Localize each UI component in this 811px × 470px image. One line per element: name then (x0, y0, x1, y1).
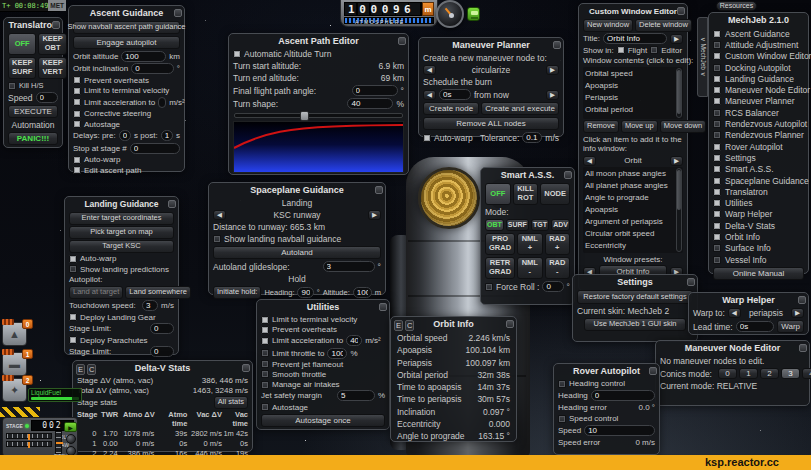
deploy-parachutes-checkbox[interactable] (69, 336, 77, 344)
deploy-gear-checkbox[interactable] (69, 313, 77, 321)
menu-item[interactable]: Delta-V Stats (713, 220, 804, 231)
prevent-overheats-checkbox[interactable] (73, 76, 81, 84)
available-info-item[interactable]: All planet phase angles (585, 180, 672, 192)
menu-item-checkbox[interactable] (713, 64, 721, 72)
close-icon[interactable] (687, 278, 695, 286)
smart-ass-mode-button[interactable]: TGT (531, 219, 549, 231)
menu-item-checkbox[interactable] (713, 210, 721, 218)
stop-stage-input[interactable] (130, 143, 180, 154)
next-runway-button[interactable]: ▶ (368, 210, 381, 220)
menu-item-checkbox[interactable] (713, 109, 721, 117)
land-somewhere-button[interactable]: Land somewhere (125, 286, 191, 299)
menu-item[interactable]: Custom Window Editor (713, 51, 804, 62)
smart-ass-direction-button[interactable]: RAD + (545, 233, 570, 255)
turn-shape-input[interactable] (347, 98, 393, 109)
menu-item[interactable]: Smart A.S.S. (713, 164, 804, 175)
menu-item[interactable]: Rover Autopilot (713, 141, 804, 152)
warp-button[interactable]: Warp (777, 320, 804, 333)
panel-title[interactable]: Rover Autopilot (558, 366, 655, 377)
next-warp-target-button[interactable]: ▶ (791, 308, 804, 318)
edit-ascent-path-checkbox[interactable] (73, 166, 81, 174)
green-indicator-icon[interactable] (467, 7, 480, 21)
delay-pre-input[interactable] (119, 130, 131, 141)
close-icon[interactable] (174, 9, 182, 17)
autoland-button[interactable]: Autoland (213, 246, 381, 259)
time-decrease-button[interactable]: ◀ (423, 90, 436, 100)
menu-item-checkbox[interactable] (713, 165, 721, 173)
limit-accel-checkbox[interactable] (261, 337, 269, 345)
smart-ass-direction-button[interactable]: PRO GRAD (485, 233, 515, 255)
conics-mode-button[interactable]: 1 (739, 368, 758, 379)
corrective-steering-checkbox[interactable] (73, 110, 81, 118)
menu-item[interactable]: Orbit Info (713, 231, 804, 242)
close-icon[interactable] (799, 344, 807, 352)
land-at-target-button[interactable]: Land at target (69, 286, 123, 299)
touchdown-speed-input[interactable] (142, 300, 158, 311)
auto-warp-checkbox[interactable] (69, 255, 77, 263)
conics-mode-button[interactable]: 3 (781, 368, 800, 379)
menu-item[interactable]: Maneuver Node Editor (713, 84, 804, 95)
menu-item-checkbox[interactable] (713, 222, 721, 230)
menu-item-checkbox[interactable] (713, 75, 721, 83)
limit-accel-checkbox[interactable] (73, 98, 81, 106)
menu-item-checkbox[interactable] (713, 177, 721, 185)
round-toggle-button[interactable] (66, 434, 76, 444)
limit-accel-input[interactable] (158, 97, 166, 108)
close-icon[interactable] (564, 171, 572, 179)
close-icon[interactable] (375, 186, 383, 194)
gear-stage-limit-input[interactable] (150, 323, 174, 334)
move-up-button[interactable]: Move up (621, 120, 658, 133)
close-icon[interactable] (52, 21, 60, 29)
speed-control-checkbox[interactable] (558, 415, 566, 423)
next-category-button[interactable]: ▶ (670, 156, 683, 166)
menu-item[interactable]: Surface Info (713, 243, 804, 254)
autostage-once-button[interactable]: Autostage once (261, 414, 385, 427)
orbit-altitude-input[interactable] (121, 51, 166, 62)
auto-turn-checkbox[interactable] (233, 50, 241, 58)
initiate-hold-button[interactable]: Initiate hold: (213, 286, 261, 299)
speed-input[interactable] (584, 425, 655, 436)
move-down-button[interactable]: Move down (660, 120, 706, 133)
menu-item[interactable]: Ascent Guidance (713, 28, 804, 39)
scrollbar-thumb[interactable] (677, 70, 681, 114)
panel-title[interactable]: Custom Window Editor (583, 6, 683, 17)
available-info-item[interactable]: All moon phase angles (585, 168, 672, 180)
panic-button[interactable]: PANIC!!! (8, 132, 58, 145)
available-info-item[interactable]: Angle to prograde (585, 192, 672, 204)
fpa-input[interactable] (352, 85, 398, 96)
close-icon[interactable] (379, 303, 387, 311)
turn-shape-slider[interactable] (234, 113, 403, 118)
force-roll-input[interactable] (542, 281, 563, 292)
prev-runway-button[interactable]: ◀ (213, 210, 226, 220)
new-window-button[interactable]: New window (583, 19, 633, 32)
stage-activate-button[interactable]: ▶ (64, 422, 77, 432)
panel-title[interactable]: Delta-V Stats EC (77, 363, 248, 374)
close-icon[interactable] (506, 320, 514, 328)
menu-item[interactable]: Warp Helper (713, 209, 804, 220)
menu-item-checkbox[interactable] (713, 52, 721, 60)
close-icon[interactable] (242, 364, 250, 372)
remove-all-nodes-button[interactable]: Remove ALL nodes (423, 117, 559, 130)
autostage-checkbox[interactable] (73, 120, 81, 128)
available-info-item[interactable]: Apoapsis (585, 204, 672, 216)
close-icon[interactable] (168, 200, 176, 208)
compact-window-button[interactable]: C (405, 320, 414, 331)
menu-item[interactable]: Landing Guidance (713, 73, 804, 84)
panel-title[interactable]: Warp Helper (693, 295, 804, 306)
heading-control-checkbox[interactable] (558, 380, 566, 388)
window-content-item[interactable]: Orbital period (585, 104, 672, 116)
chute-stage-limit-input[interactable] (150, 346, 174, 357)
use-mechjeb1-skin-button[interactable]: Use MechJeb 1 GUI skin (584, 318, 686, 331)
smart-ass-control-button[interactable]: KILL ROT (513, 183, 539, 205)
menu-item-checkbox[interactable] (713, 154, 721, 162)
menu-item-checkbox[interactable] (713, 244, 721, 252)
window-content-item[interactable]: Orbital speed (585, 68, 672, 80)
tolerance-input[interactable] (522, 132, 542, 143)
limit-accel-input[interactable] (346, 335, 362, 346)
editor-checkbox[interactable] (650, 46, 658, 54)
menu-item-checkbox[interactable] (713, 41, 721, 49)
scrollbar[interactable] (676, 168, 682, 252)
limit-terminal-checkbox[interactable] (261, 316, 269, 324)
orbit-inclination-input[interactable] (131, 63, 174, 74)
auto-warp-checkbox[interactable] (73, 156, 81, 164)
